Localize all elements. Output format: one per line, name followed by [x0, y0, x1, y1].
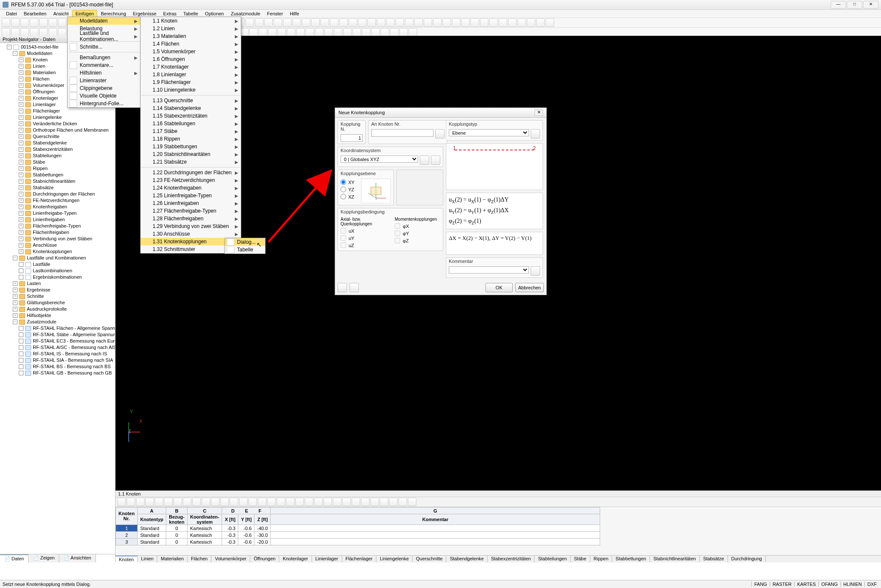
tb1-btn[interactable]: [274, 18, 282, 27]
sheet-Querschnitte[interactable]: Querschnitte: [413, 556, 446, 562]
tt-btn[interactable]: [211, 498, 220, 506]
tree-Liniengelenke[interactable]: +Liniengelenke: [19, 114, 114, 121]
tree-Hilfsobjekte[interactable]: +Hilfsobjekte: [13, 312, 114, 319]
tb2-btn[interactable]: [296, 28, 305, 37]
pick-nodes-button[interactable]: [435, 129, 445, 138]
tb2-btn[interactable]: [362, 28, 370, 37]
mi-1.3 Materialien[interactable]: 1.3 Materialien▶: [141, 32, 241, 40]
tree-Zusatzmodule[interactable]: −Zusatzmodule: [13, 319, 114, 325]
sheet-Stabendgelenke[interactable]: Stabendgelenke: [446, 556, 488, 562]
modelldaten-submenu[interactable]: 1.1 Knoten▶1.2 Linien▶1.3 Materialien▶1.…: [140, 17, 241, 254]
tt-btn[interactable]: [389, 498, 398, 506]
tt-btn[interactable]: [192, 498, 201, 506]
tt-btn[interactable]: [267, 498, 276, 506]
sheet-Stabbettungen[interactable]: Stabbettungen: [612, 556, 650, 562]
tt-btn[interactable]: [324, 498, 332, 506]
tt-btn[interactable]: [295, 498, 304, 506]
tree-Flächenlager[interactable]: +Flächenlager: [19, 108, 114, 114]
mi-1.23 FE-Netzverdichtungen[interactable]: 1.23 FE-Netzverdichtungen▶: [141, 176, 241, 184]
tree-Querschnitte[interactable]: +Querschnitte: [19, 133, 114, 140]
status-KARTES[interactable]: KARTES: [794, 582, 818, 587]
mi-1.22 Durchdringungen der Flächen[interactable]: 1.22 Durchdringungen der Flächen▶: [141, 169, 241, 176]
tree-Rippen[interactable]: +Rippen: [19, 165, 114, 172]
mi-1.13 Querschnitte[interactable]: 1.13 Querschnitte▶: [141, 97, 241, 104]
tb1-btn[interactable]: [471, 18, 479, 27]
mi-1.29 Verbindung von zwei Stäben[interactable]: 1.29 Verbindung von zwei Stäben▶: [141, 222, 241, 230]
tree-Ergebniskombinationen[interactable]: Ergebniskombinationen: [19, 274, 114, 280]
tree-RF-STAHL SIA - Bemessung nach SIA[interactable]: RF-STAHL SIA - Bemessung nach SIA: [19, 357, 114, 363]
mi-1.25 Linienfreigabe-Typen[interactable]: 1.25 Linienfreigabe-Typen▶: [141, 192, 241, 199]
tb1-btn[interactable]: [30, 18, 38, 27]
tb2-btn[interactable]: [2, 28, 10, 37]
status-FANG[interactable]: FANG: [751, 582, 770, 587]
tt-btn[interactable]: [314, 498, 323, 506]
tb1-btn[interactable]: [349, 18, 357, 27]
coord-edit-button[interactable]: [431, 156, 440, 165]
mi-Visuelle Objekte[interactable]: Visuelle Objekte: [68, 92, 140, 100]
mi-1.7 Knotenlager[interactable]: 1.7 Knotenlager▶: [141, 63, 241, 71]
tb2-btn[interactable]: [352, 28, 361, 37]
tb1-btn[interactable]: [386, 18, 395, 27]
sheet-Stäbe[interactable]: Stäbe: [571, 556, 590, 562]
menu-tabelle[interactable]: Tabelle: [180, 10, 202, 17]
mi-1.1 Knoten[interactable]: 1.1 Knoten▶: [141, 17, 241, 25]
mi-1.14 Stabendgelenke[interactable]: 1.14 Stabendgelenke▶: [141, 104, 241, 112]
ok-button[interactable]: OK: [485, 283, 513, 292]
tb1-btn[interactable]: [396, 18, 404, 27]
mi-1.8 Linienlager[interactable]: 1.8 Linienlager▶: [141, 71, 241, 78]
tb2-btn[interactable]: [381, 28, 389, 37]
tb1-btn[interactable]: [480, 18, 488, 27]
navigator-tabs[interactable]: 📄 Daten📄 Zeigen📄 Ansichten: [0, 554, 115, 562]
at-nodes-input[interactable]: [371, 129, 433, 137]
tb2-btn[interactable]: [371, 28, 380, 37]
status-DXF[interactable]: DXF: [864, 582, 879, 587]
tree-Anschlüsse[interactable]: +Anschlüsse: [19, 242, 114, 248]
status-RASTER[interactable]: RASTER: [770, 582, 794, 587]
mi-Schnitte...[interactable]: Schnitte...: [68, 43, 140, 51]
maximize-button[interactable]: □: [847, 1, 862, 9]
knotenkopplungen-submenu[interactable]: Dialog...Tabelle: [225, 238, 266, 254]
tb2-btn[interactable]: [11, 28, 20, 37]
cancel-button[interactable]: Abbrechen: [515, 283, 544, 292]
sheet-Öffnungen[interactable]: Öffnungen: [250, 556, 279, 562]
tb1-btn[interactable]: [367, 18, 376, 27]
tree-Ausdruckprotokolle[interactable]: +Ausdruckprotokolle: [13, 306, 114, 312]
sheet-Stabexzentrizitäten[interactable]: Stabexzentrizitäten: [488, 556, 535, 562]
tb1-btn[interactable]: [536, 18, 545, 27]
sheet-Volumenkörper[interactable]: Volumenkörper: [211, 556, 250, 562]
tb1-btn[interactable]: [339, 18, 348, 27]
tb2-btn[interactable]: [399, 28, 408, 37]
tb1-btn[interactable]: [255, 18, 263, 27]
tree-FE-Netzverdichtungen[interactable]: +FE-Netzverdichtungen: [19, 197, 114, 204]
tb1-btn[interactable]: [302, 18, 310, 27]
sheet-Stabteilungen[interactable]: Stabteilungen: [534, 556, 570, 562]
tree-RF-STAHL BS - Bemessung nach BS[interactable]: RF-STAHL BS - Bemessung nach BS: [19, 363, 114, 370]
tt-btn[interactable]: [202, 498, 210, 506]
mi-1.27 Flächenfreigabe-Typen[interactable]: 1.27 Flächenfreigabe-Typen▶: [141, 207, 241, 215]
sheet-Materialien[interactable]: Materialien: [157, 556, 188, 562]
mi-1.28 Flächenfreigaben[interactable]: 1.28 Flächenfreigaben▶: [141, 215, 241, 222]
menu-einfügen[interactable]: Einfügen: [72, 10, 97, 17]
mi-1.16 Stabteilungen[interactable]: 1.16 Stabteilungen▶: [141, 120, 241, 127]
tb1-btn[interactable]: [11, 18, 20, 27]
tt-btn[interactable]: [399, 498, 407, 506]
tb2-btn[interactable]: [39, 28, 48, 37]
tb2-btn[interactable]: [49, 28, 57, 37]
tt-btn[interactable]: [277, 498, 285, 506]
tree-Linienfreigaben[interactable]: +Linienfreigaben: [19, 216, 114, 223]
sheet-Stabnichtlinearitäten[interactable]: Stabnichtlinearitäten: [650, 556, 700, 562]
chk-φY[interactable]: φY: [395, 230, 440, 237]
navtab-Daten[interactable]: 📄 Daten: [0, 554, 29, 562]
status-OFANG[interactable]: OFANG: [818, 582, 841, 587]
tree-Stabendgelenke[interactable]: +Stabendgelenke: [19, 140, 114, 146]
sheet-Durchdringung[interactable]: Durchdringung: [728, 556, 766, 562]
mi-1.5 Volumenkörper[interactable]: 1.5 Volumenkörper▶: [141, 48, 241, 55]
tt-btn[interactable]: [183, 498, 191, 506]
tb1-btn[interactable]: [283, 18, 292, 27]
tree-Flächenfreigabe-Typen[interactable]: +Flächenfreigabe-Typen: [19, 223, 114, 229]
plane-XY[interactable]: XY: [341, 179, 361, 186]
tt-btn[interactable]: [145, 498, 154, 506]
tt-btn[interactable]: [248, 498, 257, 506]
mi-1.10 Liniengelenke[interactable]: 1.10 Liniengelenke▶: [141, 86, 241, 94]
chk-uX[interactable]: uX: [341, 227, 386, 234]
